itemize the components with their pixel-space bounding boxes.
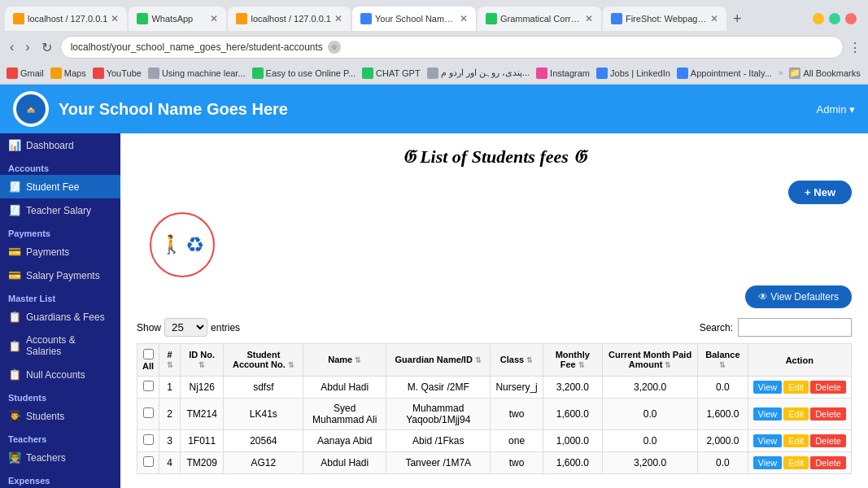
payments-icon: 💳 xyxy=(8,246,21,258)
row-balance-1: 1,600.0 xyxy=(698,399,748,430)
extensions-icon[interactable]: ⋮ xyxy=(848,40,861,55)
row-name-1: Syed Muhammad Ali xyxy=(303,399,386,430)
sidebar-item-null-accounts[interactable]: 📋 Null Accounts xyxy=(0,363,120,386)
maximize-button[interactable] xyxy=(829,13,840,24)
col-balance: Balance ⇅ xyxy=(698,344,748,377)
delete-button-3[interactable]: Delete xyxy=(810,456,846,469)
forward-button[interactable]: › xyxy=(22,38,33,56)
fee-table: All # ⇅ ID No. ⇅ Student Account No. ⇅ N… xyxy=(137,343,852,474)
tab-label-6: FireShot: Webpage S... xyxy=(626,14,707,24)
edit-button-2[interactable]: Edit xyxy=(783,434,809,447)
back-button[interactable]: ‹ xyxy=(7,38,17,56)
view-button-2[interactable]: View xyxy=(753,434,783,447)
col-action: Action xyxy=(748,344,851,377)
view-button-1[interactable]: View xyxy=(753,407,783,420)
edit-button-1[interactable]: Edit xyxy=(783,407,809,420)
view-button-3[interactable]: View xyxy=(753,456,783,469)
col-monthly-fee: Monthly Fee ⇅ xyxy=(543,344,602,377)
row-name-2: Aanaya Abid xyxy=(303,430,386,452)
sidebar-item-accounts-salaries[interactable]: 📋 Accounts & Salaries xyxy=(0,329,120,363)
row-select-3[interactable] xyxy=(143,456,154,467)
bookmark-gmail-label: Gmail xyxy=(20,68,44,78)
row-num-0: 1 xyxy=(159,377,181,399)
row-id-1: TM214 xyxy=(181,399,224,430)
bookmark-youtube[interactable]: YouTube xyxy=(93,68,142,79)
tab-close-1[interactable]: ✕ xyxy=(111,13,119,24)
bookmark-ml[interactable]: Using machine lear... xyxy=(148,68,246,79)
reload-button[interactable]: ↻ xyxy=(38,38,55,57)
view-button-0[interactable]: View xyxy=(753,381,783,394)
tab-close-3[interactable]: ✕ xyxy=(334,13,342,24)
delete-button-2[interactable]: Delete xyxy=(810,434,846,447)
close-button[interactable] xyxy=(845,13,857,24)
row-select-1[interactable] xyxy=(143,407,154,418)
bookmark-urdu-label: پندی، روہن اور اردو م... xyxy=(441,68,530,78)
sidebar: 📊 Dashboard Accounts 🧾 Student Fee 🧾 Tea… xyxy=(0,133,120,488)
select-all-checkbox[interactable] xyxy=(143,349,154,359)
bookmark-urdu[interactable]: پندی، روہن اور اردو م... xyxy=(427,68,530,79)
tab-3[interactable]: localhost / 127.0.0.1 ✕ xyxy=(228,7,350,31)
entries-select[interactable]: 25 50 100 xyxy=(164,318,207,337)
view-defaulters-button[interactable]: 👁 View Defaulters xyxy=(745,285,852,308)
gmail-icon xyxy=(7,68,18,79)
sidebar-item-students[interactable]: 👨‍🎓 Students xyxy=(0,404,120,428)
tab-2[interactable]: WhatsApp ✕ xyxy=(129,7,226,31)
row-paid-3: 3,200.0 xyxy=(602,452,697,474)
bookmark-gmail[interactable]: Gmail xyxy=(7,68,44,79)
row-select-0[interactable] xyxy=(143,381,154,391)
row-class-1: two xyxy=(491,399,543,430)
sidebar-item-payments[interactable]: 💳 Payments xyxy=(0,240,120,264)
sidebar-item-teachers[interactable]: 👨‍🏫 Teachers xyxy=(0,446,120,469)
students-icon: 👨‍🎓 xyxy=(8,410,21,422)
new-tab-button[interactable]: + xyxy=(728,11,747,28)
search-input[interactable] xyxy=(738,318,852,337)
address-star-icon[interactable]: ☆ xyxy=(328,41,341,54)
table-row: 1 Nj126 sdfsf Abdul Hadi M. Qasir /2MF N… xyxy=(137,377,852,399)
table-row: 2 TM214 LK41s Syed Muhammad Ali Muhammad… xyxy=(137,399,852,430)
row-account-0: sdfsf xyxy=(224,377,303,399)
row-checkbox-2 xyxy=(137,430,159,452)
tab-close-6[interactable]: ✕ xyxy=(710,13,718,24)
bookmark-online[interactable]: Easy to use Online P... xyxy=(252,68,355,79)
tab-close-4[interactable]: ✕ xyxy=(460,13,468,24)
sidebar-item-teacher-salary[interactable]: 🧾 Teacher Salary xyxy=(0,198,120,222)
tab-label-5: Grammatical Correct... xyxy=(500,14,582,24)
col-account: Student Account No. ⇅ xyxy=(224,344,303,377)
bookmark-chatgpt[interactable]: CHAT GPT xyxy=(362,68,421,79)
tab-favicon-4 xyxy=(360,13,372,24)
page-title: 𝔊 List of Students fees 𝔊 xyxy=(137,146,852,168)
sidebar-item-dashboard[interactable]: 📊 Dashboard xyxy=(0,133,120,157)
folder-icon: 📁 xyxy=(789,68,800,79)
minimize-button[interactable] xyxy=(813,13,824,24)
tab-label-4: Your School Name G... xyxy=(375,14,456,24)
edit-button-3[interactable]: Edit xyxy=(783,456,809,469)
tab-1[interactable]: localhost / 127.0.0.1 ✕ xyxy=(5,7,127,31)
sidebar-item-student-fee[interactable]: 🧾 Student Fee xyxy=(0,175,120,198)
sidebar-item-guardians[interactable]: 📋 Guardians & Fees xyxy=(0,305,120,329)
tab-close-2[interactable]: ✕ xyxy=(210,13,218,24)
bookmark-all[interactable]: 📁 All Bookmarks xyxy=(789,68,860,79)
col-all: All xyxy=(137,344,159,377)
delete-button-0[interactable]: Delete xyxy=(810,381,846,394)
tab-close-5[interactable]: ✕ xyxy=(585,13,593,24)
address-bar[interactable]: localhost/your_school_name_goes_here/stu… xyxy=(60,36,844,59)
delete-button-1[interactable]: Delete xyxy=(810,407,846,420)
row-select-2[interactable] xyxy=(143,434,154,445)
bookmark-instagram[interactable]: Instagram xyxy=(536,68,590,79)
row-id-3: TM209 xyxy=(181,452,224,474)
bookmark-appointment[interactable]: Appointment - Italy... xyxy=(677,68,772,79)
tab-5[interactable]: Grammatical Correct... ✕ xyxy=(478,7,601,31)
new-button[interactable]: + New xyxy=(788,181,852,204)
edit-button-0[interactable]: Edit xyxy=(783,381,809,394)
sidebar-label-dashboard: Dashboard xyxy=(26,140,74,151)
tab-6[interactable]: FireShot: Webpage S... ✕ xyxy=(603,7,726,31)
bookmark-maps[interactable]: Maps xyxy=(50,68,86,79)
bookmark-linkedin[interactable]: Jobs | LinkedIn xyxy=(596,68,670,79)
row-num-1: 2 xyxy=(159,399,181,430)
row-monthly-fee-0: 3,200.0 xyxy=(543,377,602,399)
row-balance-0: 0.0 xyxy=(698,377,748,399)
sidebar-item-salary-payments[interactable]: 💳 Salary Payments xyxy=(0,264,120,287)
admin-menu-button[interactable]: Admin ▾ xyxy=(817,103,855,115)
tab-4[interactable]: Your School Name G... ✕ xyxy=(352,7,476,31)
address-text: localhost/your_school_name_goes_here/stu… xyxy=(71,41,323,53)
